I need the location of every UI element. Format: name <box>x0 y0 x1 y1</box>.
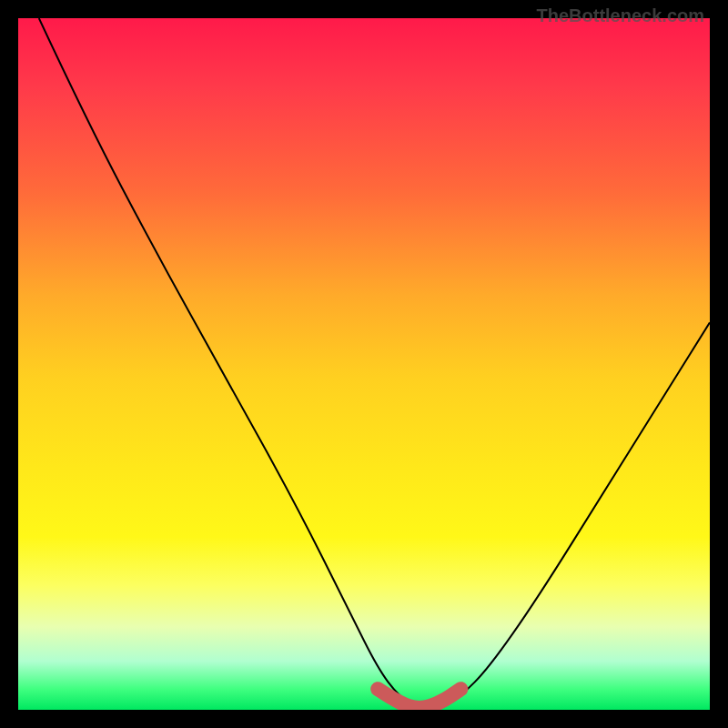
chart-plot-area <box>18 18 710 710</box>
watermark-text: TheBottleneck.com <box>537 5 704 26</box>
chart-svg <box>18 18 710 710</box>
bottleneck-curve <box>39 18 710 710</box>
highlight-region <box>378 689 460 708</box>
